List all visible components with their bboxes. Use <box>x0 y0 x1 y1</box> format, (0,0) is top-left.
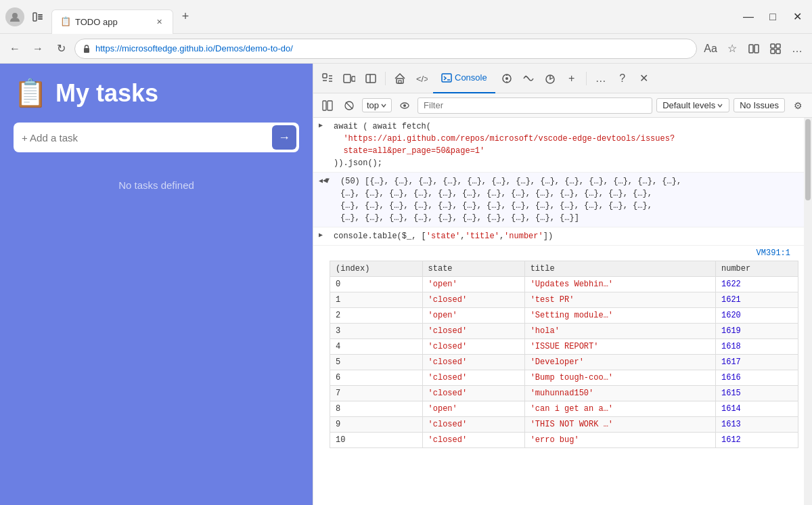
cell-state: 'open' <box>422 308 524 324</box>
svg-point-0 <box>12 13 18 18</box>
expand-down-arrow-icon[interactable] <box>325 175 335 224</box>
cell-state: 'closed' <box>422 370 524 386</box>
browser-window: 📋 TODO app ✕ + — □ ✕ ← → ↻ https://micro… <box>0 0 812 505</box>
cell-state: 'open' <box>422 401 524 417</box>
sources-panel-button[interactable] <box>497 68 517 89</box>
expand-arrow-icon-2[interactable] <box>319 230 328 242</box>
split-screen-button[interactable] <box>744 39 763 58</box>
refresh-button[interactable]: ↻ <box>51 39 70 58</box>
todo-empty-message: No tasks defined <box>14 179 299 191</box>
home-button[interactable] <box>390 68 410 89</box>
cell-state: 'closed' <box>422 386 524 401</box>
browser-tab-todo[interactable]: 📋 TODO app ✕ <box>51 9 173 34</box>
cell-title: 'ISSUE REPORT' <box>524 339 715 355</box>
minimize-button[interactable]: — <box>739 7 758 26</box>
console-filter-input[interactable] <box>418 97 652 114</box>
tab-favicon: 📋 <box>60 16 71 27</box>
performance-panel-button[interactable] <box>540 68 560 89</box>
elements-panel-button[interactable]: </> <box>411 68 432 89</box>
close-button[interactable]: ✕ <box>788 7 807 26</box>
log-levels-label: Default levels <box>662 100 715 110</box>
add-task-submit-button[interactable]: → <box>272 125 296 150</box>
close-devtools-button[interactable]: ✕ <box>634 68 654 89</box>
console-output-text: (50) [{…}, {…}, {…}, {…}, {…}, {…}, {…},… <box>340 175 798 224</box>
todo-header: 📋 My tasks <box>14 77 299 109</box>
table-row: 1 'closed' 'test PR' 1621 <box>330 292 798 308</box>
svg-rect-24 <box>442 74 451 82</box>
vm-link[interactable]: VM391:1 <box>321 247 796 259</box>
cell-title: 'THIS NOT WORK …' <box>524 417 715 433</box>
inspect-element-button[interactable] <box>317 68 338 89</box>
maximize-button[interactable]: □ <box>763 7 782 26</box>
console-sidebar-button[interactable] <box>319 97 336 114</box>
forward-button[interactable]: → <box>28 39 47 58</box>
address-bar[interactable]: https://microsoftedge.github.io/Demos/de… <box>74 39 697 59</box>
cell-index: 3 <box>330 324 423 339</box>
more-tools-button[interactable]: … <box>591 68 611 89</box>
cell-index: 6 <box>330 370 423 386</box>
nav-bar: ← → ↻ https://microsoftedge.github.io/De… <box>0 34 812 64</box>
cell-index: 7 <box>330 386 423 401</box>
add-panel-button[interactable]: + <box>562 68 582 89</box>
cell-number: 1622 <box>716 277 798 292</box>
svg-rect-3 <box>38 16 43 18</box>
col-header-title: title <box>524 261 715 277</box>
console-tab[interactable]: Console <box>433 64 495 93</box>
sidebar-pane-button[interactable] <box>361 68 381 89</box>
network-panel-button[interactable] <box>518 68 539 89</box>
col-header-state: state <box>422 261 524 277</box>
svg-rect-2 <box>38 14 43 16</box>
svg-rect-7 <box>754 45 759 53</box>
svg-rect-22 <box>399 81 401 83</box>
reader-mode-button[interactable]: Aa <box>701 39 720 58</box>
favorites-button[interactable]: ☆ <box>723 39 742 58</box>
table-row: 10 'closed' 'erro bug' 1612 <box>330 433 798 448</box>
avatar-icon[interactable] <box>5 7 24 26</box>
more-button[interactable]: … <box>788 39 807 58</box>
cell-number: 1613 <box>716 417 798 433</box>
nav-right-buttons: Aa ☆ … <box>701 39 807 58</box>
table-row: 2 'open' 'Setting module…' 1620 <box>330 308 798 324</box>
chevron-down-icon-2 <box>717 102 723 109</box>
cell-state: 'closed' <box>422 355 524 370</box>
cell-number: 1618 <box>716 339 798 355</box>
device-emulation-button[interactable] <box>339 68 359 89</box>
console-entry-table-input: console.table($_, ['state','title','numb… <box>313 227 804 246</box>
tab-title: TODO app <box>75 17 150 27</box>
cell-number: 1617 <box>716 355 798 370</box>
cell-number: 1620 <box>716 308 798 324</box>
svg-text:</>: </> <box>416 74 428 84</box>
scrollbar-thumb[interactable] <box>805 119 811 200</box>
console-fetch-code: await ( await fetch( 'https://api.github… <box>334 120 798 169</box>
sidebar-toggle-icon[interactable] <box>30 9 46 25</box>
tab-close-button[interactable]: ✕ <box>154 16 164 27</box>
cell-title: 'Developer' <box>524 355 715 370</box>
clear-console-button[interactable] <box>340 97 358 114</box>
console-settings-button[interactable]: ⚙ <box>789 97 807 114</box>
context-selector-dropdown[interactable]: top <box>362 98 392 112</box>
todo-title: My tasks <box>55 79 158 108</box>
console-scrollbar[interactable] <box>804 118 812 505</box>
back-button[interactable]: ← <box>5 39 24 58</box>
title-bar: 📋 TODO app ✕ + — □ ✕ <box>0 0 812 34</box>
svg-rect-19 <box>366 74 376 83</box>
expand-arrow-icon[interactable] <box>319 120 328 169</box>
log-levels-dropdown[interactable]: Default levels <box>656 98 729 112</box>
svg-point-27 <box>505 77 508 80</box>
cell-title: 'hola' <box>524 324 715 339</box>
new-tab-button[interactable]: + <box>176 7 195 26</box>
cell-title: 'Bump tough-coo…' <box>524 370 715 386</box>
console-table: (index) state title number 0 'open' 'Upd… <box>330 261 798 448</box>
no-issues-badge: No Issues <box>734 98 785 112</box>
main-content: 📋 My tasks → No tasks defined <box>0 64 812 505</box>
tab-bar: 📋 TODO app ✕ + <box>51 5 734 29</box>
svg-rect-9 <box>776 44 780 48</box>
eye-button[interactable] <box>396 97 413 114</box>
add-task-input[interactable] <box>22 132 272 144</box>
collections-button[interactable] <box>766 39 785 58</box>
cell-state: 'closed' <box>422 417 524 433</box>
title-bar-left <box>5 7 46 26</box>
help-button[interactable]: ? <box>612 68 633 89</box>
cell-index: 10 <box>330 433 423 448</box>
svg-rect-12 <box>323 74 327 78</box>
